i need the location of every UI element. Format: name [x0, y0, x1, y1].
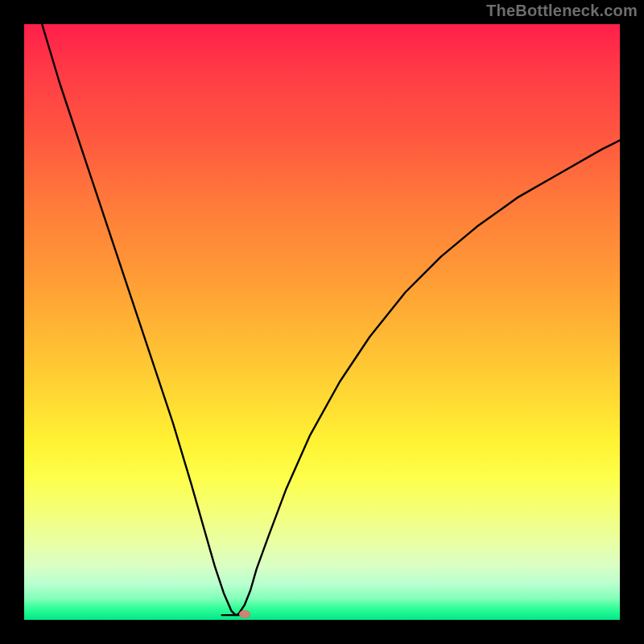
chart-frame: TheBottleneck.com — [0, 0, 644, 644]
watermark-text: TheBottleneck.com — [486, 2, 638, 20]
minimum-marker — [239, 610, 250, 618]
bottleneck-curve — [24, 24, 620, 620]
plot-area — [24, 24, 620, 620]
